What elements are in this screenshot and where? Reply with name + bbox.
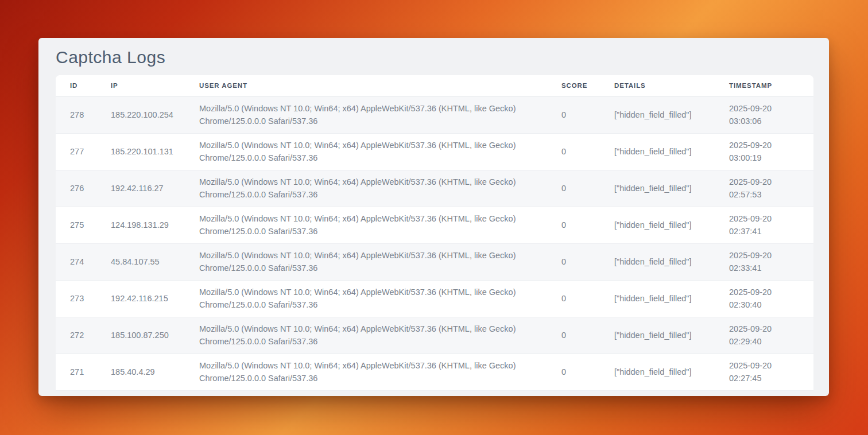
table-head: IDIPUSER AGENTSCOREDETAILSTIMESTAMP — [56, 75, 813, 96]
cell-score: 0 — [547, 354, 600, 390]
cell-id: 276 — [56, 170, 96, 207]
cell-ip: 185.40.4.29 — [96, 354, 185, 390]
cell-details: ["hidden_field_filled"] — [600, 354, 715, 390]
cell-user_agent-text: Mozilla/5.0 (Windows NT 10.0; Win64; x64… — [199, 359, 541, 384]
cell-details-text: ["hidden_field_filled"] — [614, 184, 691, 193]
column-header-ip: IP — [96, 75, 185, 96]
cell-ip-text: 185.220.100.254 — [111, 110, 173, 119]
cell-user_agent-text: Mozilla/5.0 (Windows NT 10.0; Win64; x64… — [199, 139, 541, 164]
cell-ip: 185.220.100.254 — [96, 96, 185, 133]
table-row: 271185.40.4.29Mozilla/5.0 (Windows NT 10… — [56, 354, 813, 390]
cell-details-text: ["hidden_field_filled"] — [614, 367, 691, 376]
cell-timestamp: 2025-09-20 02:29:40 — [715, 317, 813, 354]
cell-ip: 124.198.131.29 — [96, 207, 185, 243]
cell-ip-text: 185.100.87.250 — [111, 331, 169, 340]
cell-timestamp-text: 2025-09-20 02:29:40 — [729, 323, 786, 348]
cell-id-text: 277 — [70, 147, 84, 156]
cell-ip: 192.42.116.215 — [96, 280, 185, 317]
cell-details: ["hidden_field_filled"] — [600, 207, 715, 243]
cell-score: 0 — [547, 317, 600, 354]
cell-details: ["hidden_field_filled"] — [600, 170, 715, 207]
cell-id-text: 275 — [70, 220, 84, 230]
column-header-timestamp: TIMESTAMP — [715, 75, 813, 96]
cell-score: 0 — [547, 280, 600, 317]
cell-ip: 185.100.87.250 — [96, 317, 185, 354]
cell-ip: 185.220.101.131 — [96, 133, 185, 170]
captcha-logs-card: Captcha Logs IDIPUSER AGENTSCOREDETAILST… — [38, 38, 829, 396]
cell-details-text: ["hidden_field_filled"] — [614, 110, 691, 119]
desktop-background: { "page": { "title": "Captcha Logs" }, "… — [0, 0, 868, 435]
cell-timestamp: 2025-09-20 02:33:41 — [715, 243, 813, 280]
captcha-logs-table: IDIPUSER AGENTSCOREDETAILSTIMESTAMP 2781… — [56, 75, 813, 391]
cell-ip-text: 124.198.131.29 — [111, 220, 169, 230]
page-title: Captcha Logs — [56, 47, 829, 68]
cell-user_agent-text: Mozilla/5.0 (Windows NT 10.0; Win64; x64… — [199, 212, 541, 238]
cell-timestamp: 2025-09-20 02:27:45 — [715, 354, 813, 390]
table-row: 275124.198.131.29Mozilla/5.0 (Windows NT… — [56, 207, 813, 243]
table-row: 277185.220.101.131Mozilla/5.0 (Windows N… — [56, 133, 813, 170]
cell-details: ["hidden_field_filled"] — [600, 96, 715, 133]
cell-timestamp: 2025-09-20 03:03:06 — [715, 96, 813, 133]
cell-score: 0 — [547, 207, 600, 243]
table-row: 276192.42.116.27Mozilla/5.0 (Windows NT … — [56, 170, 813, 207]
cell-user_agent: Mozilla/5.0 (Windows NT 10.0; Win64; x64… — [185, 354, 547, 390]
table-row: 272185.100.87.250Mozilla/5.0 (Windows NT… — [56, 317, 813, 354]
cell-timestamp-text: 2025-09-20 02:57:53 — [729, 176, 786, 201]
cell-user_agent-text: Mozilla/5.0 (Windows NT 10.0; Win64; x64… — [199, 286, 541, 311]
cell-id-text: 274 — [70, 257, 84, 266]
cell-ip-text: 185.40.4.29 — [111, 367, 155, 376]
logs-table-container: IDIPUSER AGENTSCOREDETAILSTIMESTAMP 2781… — [56, 75, 813, 391]
cell-id: 275 — [56, 207, 96, 243]
cell-user_agent-text: Mozilla/5.0 (Windows NT 10.0; Win64; x64… — [199, 323, 541, 348]
cell-score-text: 0 — [561, 367, 566, 376]
cell-user_agent-text: Mozilla/5.0 (Windows NT 10.0; Win64; x64… — [199, 102, 541, 127]
cell-user_agent: Mozilla/5.0 (Windows NT 10.0; Win64; x64… — [185, 96, 547, 133]
cell-user_agent: Mozilla/5.0 (Windows NT 10.0; Win64; x64… — [185, 207, 547, 243]
cell-ip: 45.84.107.55 — [96, 243, 185, 280]
cell-id-text: 273 — [70, 294, 84, 303]
cell-score-text: 0 — [561, 257, 566, 266]
cell-id-text: 272 — [70, 331, 84, 340]
cell-timestamp-text: 2025-09-20 03:00:19 — [729, 139, 786, 164]
cell-score-text: 0 — [561, 331, 566, 340]
cell-ip-text: 45.84.107.55 — [111, 257, 160, 266]
cell-score: 0 — [547, 243, 600, 280]
cell-ip-text: 192.42.116.215 — [111, 294, 168, 303]
table-header-row: IDIPUSER AGENTSCOREDETAILSTIMESTAMP — [56, 75, 813, 96]
cell-score-text: 0 — [561, 184, 566, 193]
cell-ip-text: 185.220.101.131 — [111, 147, 173, 156]
cell-timestamp-text: 2025-09-20 02:30:40 — [729, 286, 786, 311]
cell-details-text: ["hidden_field_filled"] — [614, 257, 691, 266]
cell-details-text: ["hidden_field_filled"] — [614, 331, 691, 340]
table-row: 273192.42.116.215Mozilla/5.0 (Windows NT… — [56, 280, 813, 317]
cell-id: 274 — [56, 243, 96, 280]
cell-details: ["hidden_field_filled"] — [600, 243, 715, 280]
cell-id-text: 278 — [70, 110, 84, 119]
cell-timestamp-text: 2025-09-20 02:33:41 — [729, 249, 786, 274]
cell-ip-text: 192.42.116.27 — [111, 184, 164, 193]
cell-user_agent: Mozilla/5.0 (Windows NT 10.0; Win64; x64… — [185, 280, 547, 317]
cell-user_agent: Mozilla/5.0 (Windows NT 10.0; Win64; x64… — [185, 170, 547, 207]
cell-details: ["hidden_field_filled"] — [600, 317, 715, 354]
cell-ip: 192.42.116.27 — [96, 170, 185, 207]
cell-timestamp: 2025-09-20 02:57:53 — [715, 170, 813, 207]
table-row: 27445.84.107.55Mozilla/5.0 (Windows NT 1… — [56, 243, 813, 280]
column-header-details: DETAILS — [600, 75, 715, 96]
cell-timestamp-text: 2025-09-20 02:27:45 — [729, 359, 786, 384]
cell-id: 273 — [56, 280, 96, 317]
cell-user_agent-text: Mozilla/5.0 (Windows NT 10.0; Win64; x64… — [199, 249, 541, 274]
table-row: 278185.220.100.254Mozilla/5.0 (Windows N… — [56, 96, 813, 133]
table-body: 278185.220.100.254Mozilla/5.0 (Windows N… — [56, 96, 813, 390]
cell-id: 271 — [56, 354, 96, 390]
cell-score-text: 0 — [561, 294, 566, 303]
cell-details-text: ["hidden_field_filled"] — [614, 220, 691, 230]
cell-timestamp: 2025-09-20 02:37:41 — [715, 207, 813, 243]
cell-details-text: ["hidden_field_filled"] — [614, 147, 691, 156]
cell-user_agent-text: Mozilla/5.0 (Windows NT 10.0; Win64; x64… — [199, 176, 541, 201]
cell-user_agent: Mozilla/5.0 (Windows NT 10.0; Win64; x64… — [185, 133, 547, 170]
cell-user_agent: Mozilla/5.0 (Windows NT 10.0; Win64; x64… — [185, 243, 547, 280]
cell-id-text: 276 — [70, 184, 84, 193]
cell-details: ["hidden_field_filled"] — [600, 280, 715, 317]
cell-score-text: 0 — [561, 110, 566, 119]
column-header-id: ID — [56, 75, 96, 96]
